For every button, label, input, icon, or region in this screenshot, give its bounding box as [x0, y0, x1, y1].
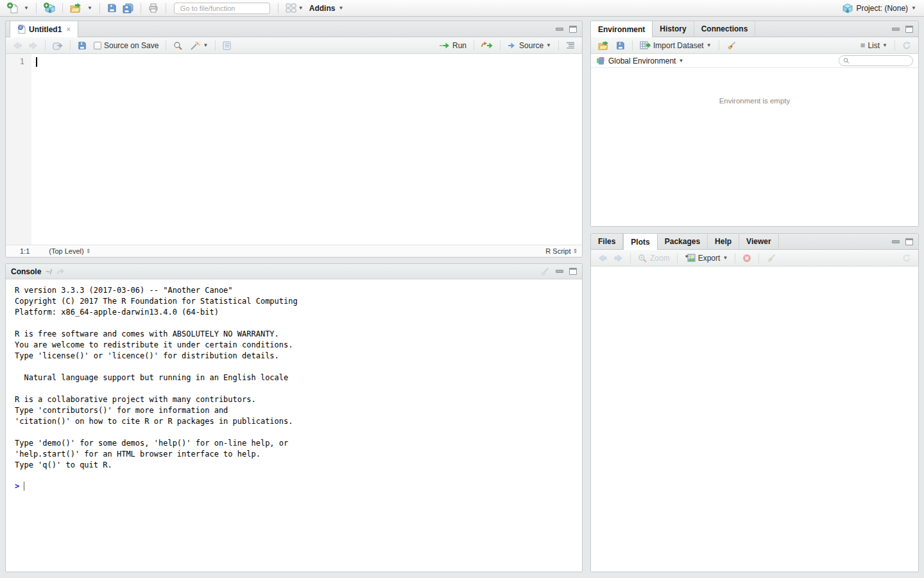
plots-minmax	[892, 234, 913, 249]
new-file-button[interactable]	[5, 2, 20, 14]
zoom-plot-button[interactable]: Zoom	[635, 253, 672, 263]
code-tools-button[interactable]: ▼	[187, 40, 210, 51]
save-icon	[107, 3, 117, 13]
save-workspace-button[interactable]	[613, 40, 628, 51]
tab-packages[interactable]: Packages	[658, 234, 708, 249]
clear-workspace-button[interactable]	[724, 40, 739, 51]
display-mode-button[interactable]: ≡ List ▼	[858, 40, 890, 51]
code-editor[interactable]: 1	[6, 54, 582, 245]
close-icon[interactable]: ×	[66, 25, 71, 34]
environment-minmax	[892, 21, 913, 37]
forward-arrow-icon	[614, 254, 623, 262]
tab-connections[interactable]: Connections	[694, 21, 756, 37]
find-replace-button[interactable]	[171, 40, 185, 51]
pane-layout-button[interactable]: ▼	[284, 3, 305, 13]
main-toolbar: ▼ R ▼ ▼ Addins ▼ R Project: (None) ▼	[0, 0, 924, 17]
previous-plot-button[interactable]	[595, 254, 610, 263]
popout-icon	[53, 41, 63, 50]
scope-selector[interactable]: (Top Level) ⇕	[49, 247, 90, 255]
maximize-icon[interactable]	[905, 238, 913, 245]
open-in-window-button[interactable]	[50, 40, 65, 51]
toolbar-separator	[166, 3, 166, 13]
save-icon	[78, 41, 87, 50]
svg-text:R: R	[19, 26, 22, 30]
pane-grid-icon	[286, 3, 296, 13]
global-env-icon	[596, 57, 606, 66]
rerun-button[interactable]	[479, 41, 495, 50]
console-working-dir: ~/	[46, 268, 51, 276]
updown-icon: ⇕	[572, 248, 578, 254]
tab-untitled1[interactable]: R Untitled1 ×	[10, 21, 78, 37]
minimize-icon[interactable]	[892, 28, 900, 31]
tab-label: Packages	[665, 237, 700, 246]
environment-toolbar-right: ≡ List ▼	[858, 40, 914, 51]
source-toolbar-right: Run Source ▼	[436, 40, 578, 51]
environment-toolbar: Import Dataset ▼ ≡ List ▼	[591, 37, 918, 54]
save-button[interactable]	[105, 3, 119, 13]
plots-toolbar: Zoom Export ▼	[591, 250, 918, 267]
save-all-button[interactable]	[121, 3, 135, 14]
next-plot-button[interactable]	[612, 254, 626, 263]
console-body[interactable]: R version 3.3.3 (2017-03-06) -- "Another…	[6, 279, 582, 572]
tab-plots[interactable]: Plots	[623, 234, 657, 250]
toolbar-separator	[632, 40, 633, 51]
refresh-plot-button[interactable]	[900, 253, 914, 263]
environment-search[interactable]	[839, 55, 913, 66]
open-file-button[interactable]	[68, 3, 83, 13]
tab-label: Help	[715, 237, 732, 246]
import-dataset-button[interactable]: Import Dataset ▼	[637, 40, 714, 51]
tab-help[interactable]: Help	[708, 234, 739, 249]
forward-button[interactable]	[26, 41, 40, 50]
maximize-icon[interactable]	[905, 26, 913, 33]
source-minmax	[556, 21, 577, 37]
source-on-save-checkbox[interactable]	[94, 42, 101, 49]
source-button[interactable]: Source ▼	[505, 40, 554, 51]
environment-scope-selector[interactable]: Global Environment ▼	[596, 57, 683, 66]
maximize-icon[interactable]	[569, 268, 577, 275]
back-button[interactable]	[10, 41, 24, 50]
refresh-icon	[902, 254, 911, 263]
export-plot-button[interactable]: Export ▼	[682, 253, 731, 263]
environment-search-input[interactable]	[851, 57, 909, 65]
open-file-dropdown[interactable]: ▼	[85, 5, 94, 12]
compile-report-button[interactable]	[220, 40, 234, 51]
search-icon	[173, 41, 183, 50]
remove-circle-icon	[742, 254, 751, 263]
print-button[interactable]	[146, 3, 160, 13]
tab-viewer[interactable]: Viewer	[739, 234, 778, 249]
document-outline-button[interactable]	[563, 41, 578, 49]
tab-history[interactable]: History	[653, 21, 694, 37]
workspace: R Untitled1 ×	[0, 17, 924, 577]
addins-button[interactable]: Addins ▼	[307, 3, 346, 13]
toolbar-separator	[630, 253, 631, 263]
file-type-selector[interactable]: R Script ⇕	[545, 247, 578, 255]
editor-statusbar: 1:1 (Top Level) ⇕ R Script ⇕	[6, 245, 582, 257]
project-menu-button[interactable]: R Project: (None) ▼	[840, 3, 919, 14]
minimize-icon[interactable]	[892, 240, 900, 243]
editor-text-area[interactable]	[31, 54, 582, 245]
tab-environment[interactable]: Environment	[591, 21, 653, 37]
minimize-icon[interactable]	[556, 270, 563, 273]
minimize-icon[interactable]	[556, 28, 563, 31]
zoom-label: Zoom	[650, 254, 670, 263]
addins-label: Addins	[309, 4, 336, 13]
refresh-button[interactable]	[900, 40, 914, 51]
maximize-icon[interactable]	[569, 26, 577, 33]
r-script-icon: R	[17, 24, 26, 34]
new-project-button[interactable]: R	[42, 2, 57, 14]
tab-files[interactable]: Files	[591, 234, 623, 249]
tab-label: History	[660, 24, 686, 33]
console-popout-button[interactable]	[56, 268, 65, 275]
clear-plots-button[interactable]	[764, 253, 779, 263]
load-workspace-button[interactable]	[595, 40, 612, 51]
goto-file-search[interactable]	[174, 3, 270, 14]
list-label: List	[868, 41, 880, 50]
new-file-dropdown[interactable]: ▼	[22, 5, 31, 12]
import-dataset-label: Import Dataset	[653, 41, 704, 50]
goto-file-input[interactable]	[180, 4, 271, 12]
save-source-button[interactable]	[75, 40, 89, 51]
run-button[interactable]: Run	[436, 40, 469, 51]
source-on-save-toggle[interactable]: Source on Save	[91, 40, 161, 51]
remove-plot-button[interactable]	[740, 253, 754, 263]
clear-console-button[interactable]	[540, 267, 550, 276]
